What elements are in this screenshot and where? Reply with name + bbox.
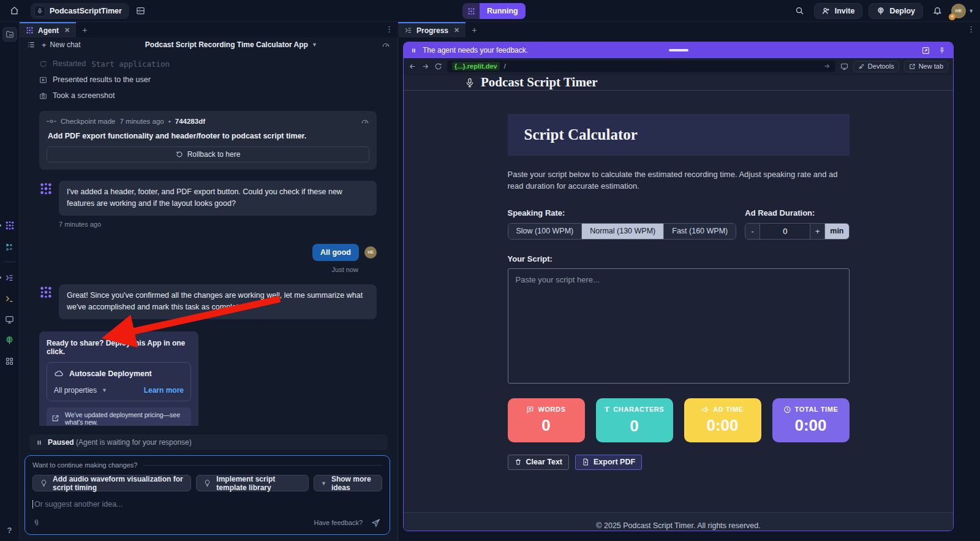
account-menu[interactable]: HE + ▼ (951, 4, 974, 18)
close-tab-icon[interactable]: ✕ (454, 26, 459, 34)
checkpoint-icon (47, 119, 56, 124)
rate-normal-button[interactable]: Normal (130 WPM) (582, 224, 664, 239)
new-tab-button[interactable]: + (466, 22, 483, 37)
run-status-label: Running (480, 3, 526, 19)
workspace-icon[interactable] (133, 3, 149, 19)
all-properties-dropdown[interactable]: All properties ▼ (54, 386, 107, 395)
chevron-down-icon: ▼ (312, 42, 317, 48)
deploy-button[interactable]: Deploy (869, 3, 923, 19)
presented-results-icon (39, 76, 47, 84)
attachment-paperclip-icon[interactable] (32, 519, 40, 527)
rail-deployments-icon[interactable] (2, 333, 17, 347)
search-icon[interactable] (792, 3, 808, 19)
preview-panel: The agent needs your feedback. (398, 37, 980, 541)
new-tab-button[interactable]: + (76, 22, 93, 37)
rail-progress-icon[interactable] (2, 270, 17, 285)
help-icon[interactable]: ? (7, 526, 12, 535)
have-feedback-link[interactable]: Have feedback? (314, 519, 363, 526)
usage-meter-icon[interactable] (382, 40, 390, 49)
open-in-window-icon[interactable] (922, 47, 930, 55)
camera-icon (39, 92, 47, 100)
ad-time-value: 0:00 (706, 416, 738, 435)
rail-workflows-icon[interactable] (2, 239, 17, 254)
speaking-rate-label: Speaking Rate: (508, 208, 737, 218)
message-timestamp: 7 minutes ago (59, 221, 377, 228)
increment-button[interactable]: + (810, 224, 825, 239)
app-name-chip[interactable]: PodcastScriptTimer (31, 3, 129, 19)
url-bar[interactable]: {...}.replit.dev / (447, 61, 835, 72)
rail-divider (4, 262, 15, 262)
rail-apps-grid-icon[interactable] (2, 354, 17, 368)
script-textarea[interactable] (508, 268, 850, 384)
new-chat-button[interactable]: +New chat (42, 40, 81, 50)
calculator-description: Paste your script below to calculate the… (508, 169, 850, 192)
user-avatar: HE (364, 246, 377, 259)
pdf-document-icon (582, 458, 589, 466)
chat-header: +New chat Podcast Script Recording Time … (20, 37, 398, 52)
rate-fast-button[interactable]: Fast (160 WPM) (664, 224, 736, 239)
pricing-notice[interactable]: We've updated deployment pricing—see wha… (47, 407, 191, 426)
clear-text-button[interactable]: Clear Text (508, 455, 570, 470)
event-presented-results: Presented results to the user (39, 72, 377, 88)
agent-message-row: I've added a header, footer, and PDF exp… (39, 181, 377, 216)
app-main: Script Calculator Paste your script belo… (404, 91, 953, 531)
pin-icon[interactable] (938, 47, 946, 55)
event-screenshot: Took a screenshot (39, 88, 377, 104)
megaphone-icon (701, 406, 709, 414)
message-timestamp: Just now (39, 266, 358, 273)
speaking-rate-group: Speaking Rate: Slow (100 WPM) Normal (13… (508, 208, 737, 240)
app-name: PodcastScriptTimer (50, 7, 122, 15)
devtools-button[interactable]: Devtools (853, 61, 899, 72)
pause-icon (411, 47, 417, 54)
history-menu-icon[interactable] (27, 40, 36, 49)
chat-scroll-area[interactable]: Restarted Start application Presented re… (20, 52, 398, 426)
pause-icon (36, 439, 42, 446)
checkpoint-message: Add PDF export functionality and header/… (48, 132, 368, 140)
progress-tab-icon (404, 26, 412, 34)
send-message-icon[interactable] (369, 516, 382, 529)
notifications-bell-icon[interactable] (929, 3, 945, 19)
invite-button[interactable]: Invite (814, 3, 863, 19)
forward-icon[interactable] (421, 62, 429, 70)
ad-duration-unit: min (825, 224, 848, 239)
banner-drag-handle[interactable] (669, 49, 688, 51)
tab-progress[interactable]: Progress ✕ (398, 22, 466, 37)
rail-agent-icon[interactable] (2, 218, 17, 233)
open-files-icon[interactable] (2, 27, 17, 42)
device-preview-icon[interactable] (840, 62, 848, 70)
user-message: All good (312, 244, 359, 261)
decrement-button[interactable]: - (745, 224, 760, 239)
trash-icon (514, 458, 522, 466)
ad-duration-value[interactable]: 0 (760, 224, 810, 239)
learn-more-link[interactable]: Learn more (144, 386, 184, 395)
agent-tabbar: Agent ✕ + ⋮ (20, 22, 398, 37)
replit-agent-icon (462, 3, 480, 19)
go-arrow-icon[interactable] (823, 62, 831, 70)
checkpoint-hash: 744283df (175, 118, 205, 125)
refresh-icon[interactable] (434, 62, 442, 70)
agent-input-box[interactable]: Want to continue making changes? Add aud… (24, 455, 390, 535)
ad-duration-group: Ad Read Duration: - 0 + min (745, 208, 849, 240)
panel-menu-kebab-icon[interactable]: ⋮ (385, 25, 393, 34)
close-tab-icon[interactable]: ✕ (64, 26, 70, 34)
rail-shell-icon[interactable] (2, 291, 17, 306)
back-icon[interactable] (409, 62, 417, 70)
chat-title[interactable]: Podcast Script Recording Time Calculator… (87, 40, 375, 49)
tab-agent[interactable]: Agent ✕ (20, 22, 76, 37)
rate-slow-button[interactable]: Slow (100 WPM) (508, 224, 582, 239)
new-tab-button[interactable]: New tab (904, 61, 948, 72)
home-icon[interactable] (6, 3, 22, 19)
panel-menu-kebab-icon[interactable]: ⋮ (967, 25, 975, 34)
top-bar: PodcastScriptTimer Running Invite Deploy (0, 0, 980, 22)
run-status-pill[interactable]: Running (462, 3, 526, 19)
rail-output-icon[interactable] (2, 312, 17, 327)
show-more-ideas-button[interactable]: ▼ Show more ideas (314, 475, 382, 491)
rollback-button[interactable]: Rollback to here (47, 146, 369, 162)
stats-row: WORDS 0 T CHARACTERS 0 (508, 398, 850, 442)
agent-message-row: Great! Since you've confirmed all the ch… (39, 284, 377, 319)
suggestion-chip-template-library[interactable]: Implement script template library (196, 475, 309, 491)
microphone-icon (465, 78, 475, 88)
export-pdf-button[interactable]: Export PDF (575, 455, 642, 470)
suggestion-chip-waveform[interactable]: Add audio waveform visualization for scr… (32, 475, 191, 491)
message-input[interactable]: Or suggest another idea... (32, 500, 382, 509)
